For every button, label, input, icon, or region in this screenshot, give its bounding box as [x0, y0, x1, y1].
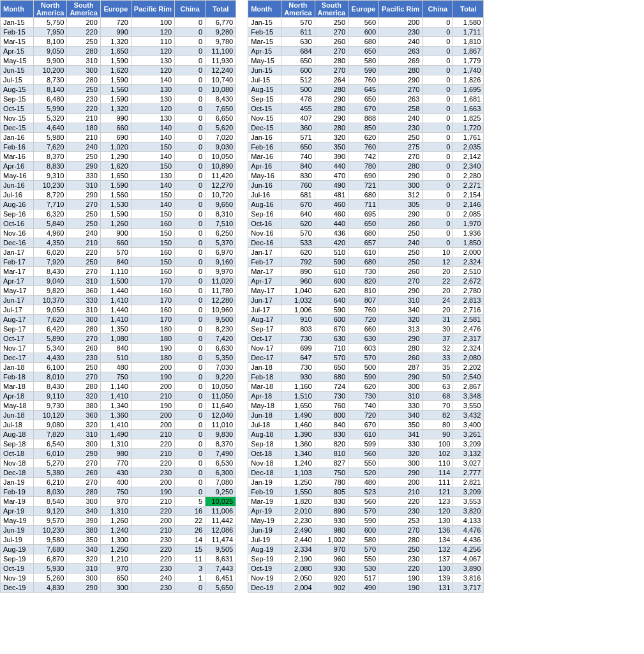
table-cell: 1,620 [100, 162, 131, 171]
table-cell: 1,240 [100, 526, 131, 535]
table-cell: 270 [67, 200, 100, 209]
table-cell: 230 [67, 95, 100, 104]
table-cell: 260 [67, 468, 100, 478]
table-row: Jan-165,98021069014007,020 [1, 133, 236, 142]
table-cell: 240 [379, 37, 423, 47]
table-cell: 8,720 [34, 190, 67, 200]
table-cell: 6,480 [34, 95, 67, 104]
table-cell: 570 [348, 545, 379, 554]
table-cell: 190 [379, 583, 423, 593]
table-cell: 603 [348, 344, 379, 353]
table-cell: 10,080 [206, 85, 236, 95]
table-cell: 4,256 [453, 545, 484, 554]
table-row: Apr-189,1103201,410210011,050 [1, 392, 236, 401]
table-cell: Dec-15 [1, 123, 34, 133]
table-cell: Jan-15 [248, 18, 281, 27]
table-cell: 930 [315, 516, 348, 526]
table-cell: Jun-19 [248, 526, 281, 535]
table-cell: 4,960 [34, 229, 67, 238]
table-cell: 220 [131, 506, 174, 516]
table-cell: 3 [175, 564, 206, 574]
table-row: Nov-181,2408275503001103,027 [248, 459, 484, 468]
table-cell: 250 [67, 363, 100, 372]
table-cell: 4,430 [34, 353, 67, 363]
table-cell: 5,890 [34, 334, 67, 344]
table-cell: Sep-15 [1, 95, 34, 104]
table-cell: 0 [423, 200, 453, 209]
table-cell: 2,440 [281, 535, 315, 545]
table-cell: 0 [175, 583, 206, 593]
table-cell: 510 [315, 248, 348, 257]
table-cell: 490 [348, 583, 379, 593]
table-cell: 8,370 [206, 439, 236, 449]
table-cell: 1,500 [100, 277, 131, 286]
table-cell: 750 [100, 372, 131, 382]
table-cell: 620 [348, 382, 379, 392]
table-cell: 120 [131, 66, 174, 75]
table-cell: 2,540 [453, 372, 484, 382]
col-europe-1: Europe [100, 1, 131, 18]
table-cell: 3,348 [453, 392, 484, 401]
table-cell: 820 [315, 439, 348, 449]
table-cell: 290 [379, 75, 423, 85]
table-row: Jan-176,02022057016006,970 [1, 248, 236, 257]
table-row: Feb-17792590680250122,324 [248, 257, 484, 267]
table-cell: 9,040 [34, 277, 67, 286]
table-cell: 0 [423, 181, 453, 190]
table-cell: 1,720 [453, 123, 484, 133]
table-cell: 263 [379, 47, 423, 56]
table-cell: 4,640 [34, 123, 67, 133]
table-row: Sep-17803670660313302,476 [248, 324, 484, 334]
table-row: Jul-171,006590760340202,716 [248, 305, 484, 315]
table-cell: 3,890 [453, 564, 484, 574]
table-cell: 250 [379, 229, 423, 238]
table-cell: Oct-19 [1, 564, 34, 574]
table-cell: 730 [315, 392, 348, 401]
table-cell: 420 [315, 238, 348, 248]
table-cell: 130 [423, 564, 453, 574]
table-cell: 1,711 [453, 27, 484, 37]
table-cell: 290 [67, 449, 100, 459]
table-cell: 340 [67, 506, 100, 516]
table-cell: 1,560 [100, 85, 131, 95]
table-cell: 102 [423, 449, 453, 459]
table-cell: 570 [348, 506, 379, 516]
table-cell: 12,240 [206, 66, 236, 75]
table-cell: 840 [281, 162, 315, 171]
table-cell: Jan-16 [248, 133, 281, 142]
table-cell: 123 [423, 497, 453, 506]
table-cell: 200 [67, 18, 100, 27]
table-cell: 253 [379, 516, 423, 526]
table-cell: Jul-17 [248, 305, 281, 315]
table-row: Aug-17910600720320312,581 [248, 315, 484, 324]
table-row: Sep-1664046069529002,085 [248, 209, 484, 219]
table-cell: 640 [315, 296, 348, 305]
table-cell: 250 [379, 545, 423, 554]
col-europe-2: Europe [348, 1, 379, 18]
table-cell: 2,271 [453, 181, 484, 190]
table-cell: Jan-15 [1, 18, 34, 27]
table-cell: 11,780 [206, 286, 236, 296]
table-row: Dec-164,35021066015005,370 [1, 238, 236, 248]
table-cell: 7,080 [206, 478, 236, 487]
table-cell: 1,740 [453, 66, 484, 75]
table-cell: 12 [423, 257, 453, 267]
table-cell: 290 [379, 286, 423, 296]
table-cell: 100 [131, 18, 174, 27]
table-cell: 560 [348, 497, 379, 506]
table-cell: 10,025 [206, 497, 236, 506]
table-cell: 0 [175, 152, 206, 162]
table-cell: 490 [315, 181, 348, 190]
table-cell: 300 [67, 497, 100, 506]
table-cell: 100 [423, 439, 453, 449]
table-cell: 750 [100, 487, 131, 497]
table-cell: 970 [100, 497, 131, 506]
table-cell: Jun-18 [1, 411, 34, 420]
table-row: Jan-18730650500287352,202 [248, 363, 484, 372]
table-cell: 200 [131, 420, 174, 430]
table-cell: Mar-17 [248, 267, 281, 277]
table-cell: 2,004 [281, 583, 315, 593]
table-row: Apr-199,1203401,3102201611,006 [1, 506, 236, 516]
table-row: Nov-192,0509205171901393,816 [248, 574, 484, 583]
table-cell: Nov-15 [248, 114, 281, 123]
